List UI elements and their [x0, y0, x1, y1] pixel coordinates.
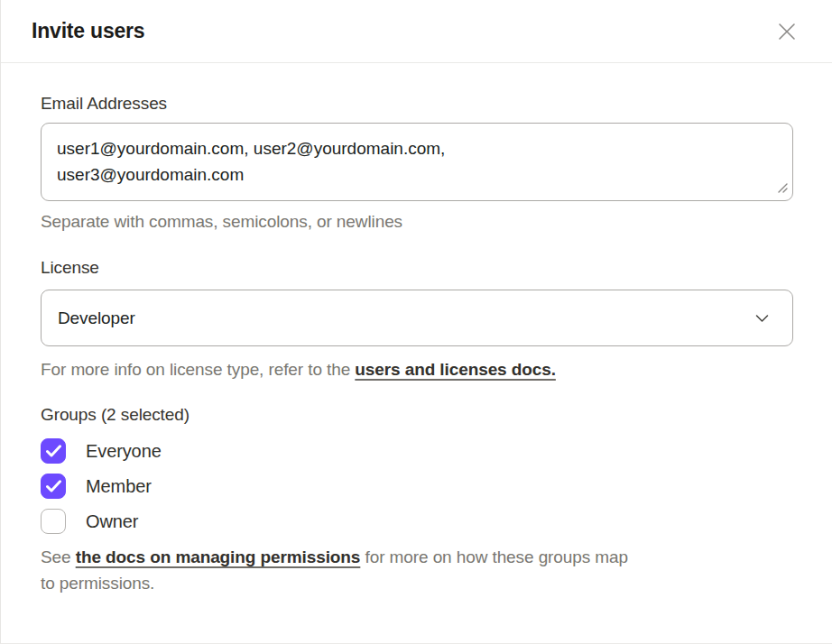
license-select[interactable]: Developer: [41, 290, 793, 346]
close-button[interactable]: [771, 15, 803, 48]
dialog-title: Invite users: [32, 19, 144, 43]
checkbox-owner[interactable]: [41, 509, 66, 534]
license-field: License Developer For more info on licen…: [41, 258, 792, 380]
users-licenses-docs-link[interactable]: users and licenses docs.: [355, 360, 556, 379]
managing-permissions-docs-link[interactable]: the docs on managing permissions: [76, 547, 361, 566]
checkbox-member[interactable]: [41, 474, 66, 499]
license-selected-value: Developer: [58, 308, 135, 328]
invite-users-dialog: Invite users Email Addresses user1@yourd…: [1, 0, 832, 596]
group-label-member: Member: [86, 476, 152, 497]
group-row-owner[interactable]: Owner: [41, 509, 138, 534]
group-label-owner: Owner: [86, 511, 138, 532]
email-addresses-label: Email Addresses: [41, 94, 792, 114]
license-label: License: [41, 258, 792, 278]
groups-field: Groups (2 selected) Everyone: [41, 405, 792, 596]
email-addresses-field: Email Addresses user1@yourdomain.com, us…: [41, 94, 792, 232]
groups-hint: See the docs on managing permissions for…: [41, 544, 792, 596]
email-hint: Separate with commas, semicolons, or new…: [41, 212, 792, 232]
groups-checkbox-list: Everyone Member: [41, 438, 792, 534]
groups-hint-prefix: See: [41, 547, 76, 566]
email-addresses-input[interactable]: user1@yourdomain.com, user2@yourdomain.c…: [41, 123, 793, 201]
group-row-member[interactable]: Member: [41, 474, 152, 499]
group-label-everyone: Everyone: [86, 441, 162, 462]
groups-label: Groups (2 selected): [41, 405, 792, 425]
dialog-body: Email Addresses user1@yourdomain.com, us…: [1, 63, 832, 596]
email-textarea-wrap: user1@yourdomain.com, user2@yourdomain.c…: [41, 123, 792, 201]
checkbox-everyone[interactable]: [41, 438, 66, 464]
dialog-header: Invite users: [1, 0, 832, 63]
license-hint: For more info on license type, refer to …: [41, 360, 792, 380]
group-row-everyone[interactable]: Everyone: [41, 438, 162, 464]
chevron-down-icon: [755, 314, 769, 323]
close-icon: [776, 21, 798, 42]
license-hint-text: For more info on license type, refer to …: [41, 360, 355, 379]
